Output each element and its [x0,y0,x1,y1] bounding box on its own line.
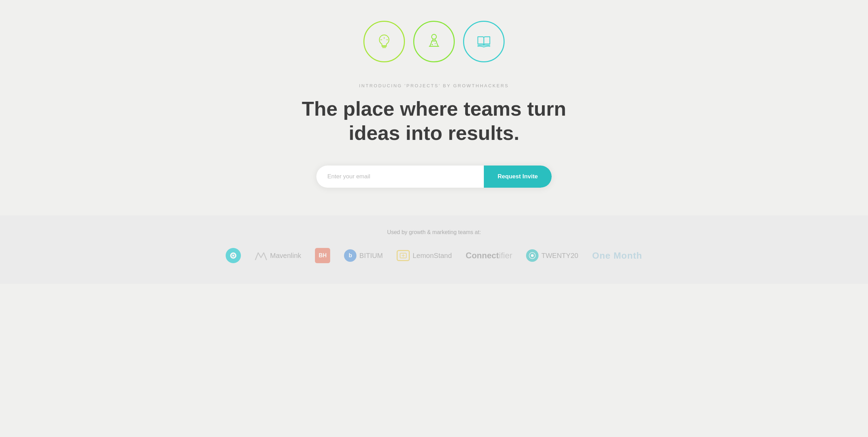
headline-line2: ideas into results. [349,122,519,144]
bh-icon: BH [315,248,330,263]
flask-icon-circle [413,21,455,62]
one-month-text: One Month [592,250,642,261]
social-proof-section: Used by growth & marketing teams at: Mav… [0,215,868,284]
mavenlink-icon [255,250,267,261]
lightbulb-icon-circle [363,21,405,62]
lightbulb-icon [375,33,393,51]
logos-row: Mavenlink BH b BITIUM LemonStand Connect… [226,248,642,263]
book-icon-circle [463,21,505,62]
icons-row [363,21,505,62]
svg-point-12 [531,254,534,257]
svg-point-7 [435,43,436,44]
hero-section: INTRODUCING 'PROJECTS' BY GROWTHHACKERS … [278,0,590,215]
lemonstand-icon [397,250,410,261]
headline: The place where teams turn ideas into re… [302,97,566,145]
tagline: INTRODUCING 'PROJECTS' BY GROWTHHACKERS [359,83,509,88]
connectifier-text: Connectifier [466,251,513,260]
email-input[interactable] [316,166,484,188]
bitium-logo: b BITIUM [344,249,383,262]
social-proof-label: Used by growth & marketing teams at: [387,229,481,235]
mavenlink-logo: Mavenlink [255,250,301,261]
canva-logo [226,248,241,263]
bh-logo: BH [315,248,330,263]
twenty20-logo: TWENTY20 [526,249,578,262]
canva-icon [226,248,241,263]
lemonstand-text: LemonStand [413,252,452,260]
one-month-logo: One Month [592,250,642,261]
svg-point-9 [232,255,234,257]
twenty20-text: TWENTY20 [541,252,578,260]
svg-point-6 [432,44,433,45]
svg-point-3 [432,34,436,39]
twenty20-icon [526,249,539,262]
email-form: Request Invite [316,166,552,188]
headline-line1: The place where teams turn [302,97,566,120]
mavenlink-text: Mavenlink [270,252,301,260]
connectifier-logo: Connectifier [466,251,513,260]
flask-icon [425,33,443,51]
lemonstand-logo: LemonStand [397,250,452,261]
bitium-icon: b [344,249,356,262]
book-icon [475,33,493,51]
request-invite-button[interactable]: Request Invite [484,166,552,188]
bitium-text: BITIUM [359,252,383,260]
